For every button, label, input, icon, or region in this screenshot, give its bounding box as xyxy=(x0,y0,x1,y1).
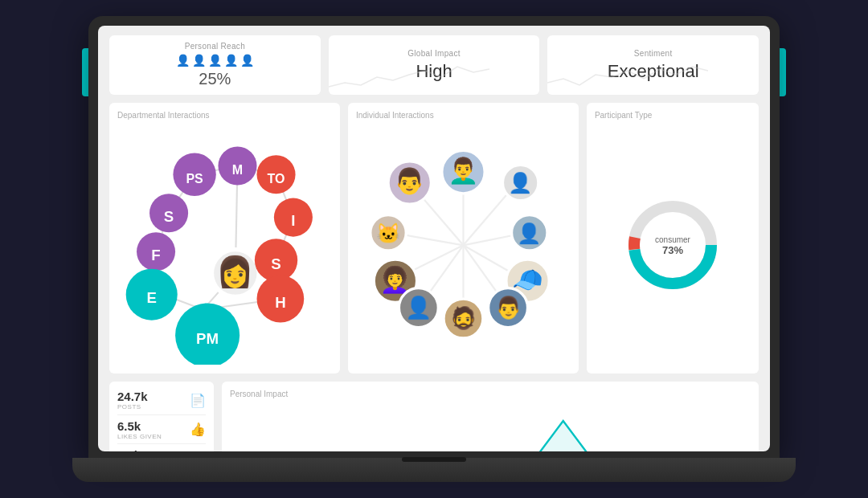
dashboard: Personal Reach 👤 👤 👤 👤 👤 25% Global Impa… xyxy=(98,26,770,451)
donut-chart: consumer 73% xyxy=(624,197,721,293)
svg-text:F: F xyxy=(151,247,160,263)
svg-text:👤: 👤 xyxy=(508,171,533,195)
svg-text:👨‍🦱: 👨‍🦱 xyxy=(448,156,479,186)
likes-given-value: 6.5k xyxy=(117,419,162,433)
person-icon-5: 👤 xyxy=(240,54,254,67)
likes-received-info: 4.7k LIKES RECEIVED xyxy=(117,448,176,451)
svg-text:PM: PM xyxy=(196,330,219,347)
network-graph: 👩 PS M TO xyxy=(117,126,332,365)
personal-reach-label: Personal Reach xyxy=(185,42,245,51)
top-stats-row: Personal Reach 👤 👤 👤 👤 👤 25% Global Impa… xyxy=(109,35,759,95)
middle-row: Departmental Interactions xyxy=(109,103,759,374)
svg-text:S: S xyxy=(271,255,280,272)
departmental-interactions-title: Departmental Interactions xyxy=(117,111,332,120)
divider-2 xyxy=(117,443,206,444)
likes-received-stat: 4.7k LIKES RECEIVED 👍 xyxy=(117,448,206,451)
donut-container: consumer 73% xyxy=(595,126,751,365)
posts-label: POSTS xyxy=(117,403,148,410)
individual-svg: 👨 👨‍🦱 👤 🐱 xyxy=(356,126,571,365)
global-impact-sparkline xyxy=(329,55,489,95)
departmental-interactions-card: Departmental Interactions xyxy=(109,103,340,374)
participant-type-card: Participant Type xyxy=(587,103,759,374)
svg-text:🧔: 🧔 xyxy=(450,305,477,331)
participant-type-title: Participant Type xyxy=(595,111,751,120)
laptop-screen: Personal Reach 👤 👤 👤 👤 👤 25% Global Impa… xyxy=(98,26,770,451)
posts-value: 24.7k xyxy=(117,390,148,403)
stats-sidebar: 24.7k POSTS 📄 6.5k LIKES GIVEN 👍 xyxy=(109,382,214,451)
laptop-base xyxy=(72,458,796,482)
svg-marker-69 xyxy=(230,421,751,451)
people-icons: 👤 👤 👤 👤 👤 xyxy=(176,54,254,67)
individual-network-graph: 👨 👨‍🦱 👤 🐱 xyxy=(356,126,571,365)
svg-text:TO: TO xyxy=(268,172,285,186)
svg-text:H: H xyxy=(275,294,285,311)
person-icon-2: 👤 xyxy=(192,54,206,67)
personal-impact-label: Personal Impact xyxy=(230,390,751,398)
svg-text:M: M xyxy=(232,163,243,177)
svg-text:👩: 👩 xyxy=(216,254,254,290)
laptop-body: Personal Reach 👤 👤 👤 👤 👤 25% Global Impa… xyxy=(88,16,780,458)
posts-info: 24.7k POSTS xyxy=(117,390,148,410)
posts-icon: 📄 xyxy=(190,393,206,408)
person-icon-1: 👤 xyxy=(176,54,190,67)
cyan-accent-left xyxy=(82,48,88,96)
svg-text:S: S xyxy=(164,208,174,225)
svg-text:👨: 👨 xyxy=(394,166,425,196)
personal-reach-value: 25% xyxy=(199,70,231,88)
svg-text:consumer: consumer xyxy=(655,235,691,244)
likes-given-icon: 👍 xyxy=(190,422,206,437)
svg-text:👩‍🦱: 👩‍🦱 xyxy=(379,265,411,295)
svg-text:I: I xyxy=(291,212,295,229)
svg-text:👨: 👨 xyxy=(495,295,522,320)
person-icon-4: 👤 xyxy=(224,54,238,67)
svg-text:👤: 👤 xyxy=(517,222,542,246)
personal-impact-chart xyxy=(230,405,751,451)
svg-text:🐱: 🐱 xyxy=(375,222,400,246)
network-svg: 👩 PS M TO xyxy=(117,126,332,365)
svg-text:👤: 👤 xyxy=(405,295,432,320)
individual-interactions-card: Individual Interactions xyxy=(348,103,579,374)
personal-impact-card: Personal Impact xyxy=(222,382,759,451)
individual-interactions-title: Individual Interactions xyxy=(356,111,571,120)
divider-1 xyxy=(117,414,206,415)
posts-stat: 24.7k POSTS 📄 xyxy=(117,390,206,410)
svg-text:PS: PS xyxy=(186,172,203,186)
likes-given-info: 6.5k LIKES GIVEN xyxy=(117,419,162,440)
laptop-frame: Personal Reach 👤 👤 👤 👤 👤 25% Global Impa… xyxy=(88,16,780,482)
laptop-notch xyxy=(402,457,466,462)
svg-text:73%: 73% xyxy=(662,244,683,256)
likes-given-label: LIKES GIVEN xyxy=(117,433,162,440)
likes-given-stat: 6.5k LIKES GIVEN 👍 xyxy=(117,419,206,440)
personal-reach-card: Personal Reach 👤 👤 👤 👤 👤 25% xyxy=(109,35,321,95)
svg-text:E: E xyxy=(146,289,156,306)
sentiment-card: Sentiment Exceptional xyxy=(547,35,759,95)
person-icon-3: 👤 xyxy=(208,54,222,67)
cyan-accent-right xyxy=(780,48,786,96)
global-impact-card: Global Impact High xyxy=(329,35,540,95)
sentiment-sparkline xyxy=(547,55,708,95)
bottom-row: 24.7k POSTS 📄 6.5k LIKES GIVEN 👍 xyxy=(109,382,759,451)
likes-received-value: 4.7k xyxy=(117,448,176,451)
